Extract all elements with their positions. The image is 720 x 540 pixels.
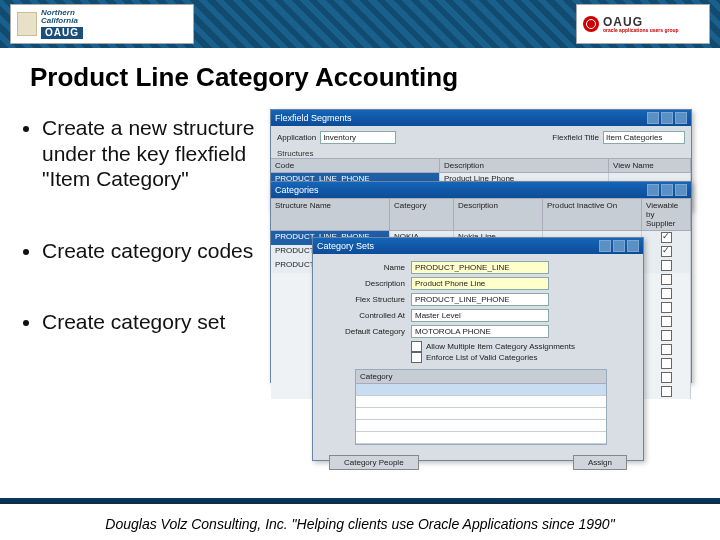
logo-left-badge: OAUG	[41, 27, 83, 39]
checkbox-icon[interactable]	[661, 232, 672, 243]
check-enforce-list[interactable]	[411, 352, 422, 363]
col-view: View Name	[609, 159, 691, 172]
checkbox-icon[interactable]	[661, 358, 672, 369]
title-w1: Flexfield Segments	[275, 113, 352, 123]
field-ctrl[interactable]: Master Level	[411, 309, 549, 322]
grid-row[interactable]	[356, 396, 606, 408]
col-desc: Description	[440, 159, 609, 172]
logo-right-small: oracle applications users group	[603, 28, 679, 33]
label-def: Default Category	[319, 327, 411, 336]
label-allow-multiple: Allow Multiple Item Category Assignments	[426, 342, 575, 351]
state-icon	[17, 12, 37, 36]
title-w2: Categories	[275, 185, 319, 195]
globe-icon	[583, 16, 599, 32]
max-icon[interactable]	[661, 184, 673, 196]
bullet-1: Create a new structure under the key fle…	[42, 115, 270, 192]
field-name[interactable]: PRODUCT_PHONE_LINE	[411, 261, 549, 274]
max-icon[interactable]	[613, 240, 625, 252]
section-structures: Structures	[271, 149, 691, 158]
col-structure: Structure Name	[271, 199, 390, 230]
grid-row[interactable]	[356, 420, 606, 432]
button-category-people[interactable]: Category People	[329, 455, 419, 470]
checkbox-icon[interactable]	[661, 260, 672, 271]
checkbox-icon[interactable]	[661, 386, 672, 397]
close-icon[interactable]	[675, 112, 687, 124]
checkbox-icon[interactable]	[661, 288, 672, 299]
cell-check	[642, 245, 691, 259]
col-category: Category	[390, 199, 454, 230]
label-name: Name	[319, 263, 411, 272]
footer-text: Douglas Volz Consulting, Inc. "Helping c…	[0, 516, 720, 532]
grid-row[interactable]	[356, 408, 606, 420]
label-desc: Description	[319, 279, 411, 288]
logo-left-line2: California	[41, 17, 83, 25]
bullet-3: Create category set	[42, 309, 270, 335]
label-flex: Flex Structure	[319, 295, 411, 304]
logo-right-big: OAUG	[603, 16, 679, 28]
title-w3: Category Sets	[317, 241, 374, 251]
w2-table-head: Structure Name Category Description Prod…	[271, 198, 691, 231]
label-application: Application	[277, 133, 316, 142]
grid-header: Category	[356, 370, 606, 384]
close-icon[interactable]	[627, 240, 639, 252]
field-def[interactable]: MOTOROLA PHONE	[411, 325, 549, 338]
max-icon[interactable]	[661, 112, 673, 124]
checkbox-icon[interactable]	[661, 246, 672, 257]
cell-check	[642, 259, 691, 273]
grid-row[interactable]	[356, 432, 606, 444]
footer-divider	[0, 498, 720, 504]
grid-row[interactable]	[356, 384, 606, 396]
slide-title: Product Line Category Accounting	[30, 62, 720, 93]
cell-check	[642, 231, 691, 245]
field-desc[interactable]: Product Phone Line	[411, 277, 549, 290]
bullet-column: Create a new structure under the key fle…	[20, 109, 270, 469]
content-area: Create a new structure under the key fle…	[0, 101, 720, 469]
button-assign[interactable]: Assign	[573, 455, 627, 470]
category-grid: Category	[355, 369, 607, 445]
checkbox-icon[interactable]	[661, 330, 672, 341]
col-viewable: Viewable by Supplier	[642, 199, 691, 230]
checkbox-icon[interactable]	[661, 302, 672, 313]
checkbox-icon[interactable]	[661, 344, 672, 355]
col-code: Code	[271, 159, 440, 172]
label-ctrl: Controlled At	[319, 311, 411, 320]
min-icon[interactable]	[647, 184, 659, 196]
logo-left: Northern California OAUG	[10, 4, 194, 44]
window-category-sets: Category Sets NamePRODUCT_PHONE_LINE Des…	[312, 237, 644, 461]
field-application[interactable]: Inventory	[320, 131, 396, 144]
bullet-2: Create category codes	[42, 238, 270, 264]
checkbox-icon[interactable]	[661, 274, 672, 285]
label-enforce-list: Enforce List of Valid Categories	[426, 353, 537, 362]
col-inactive: Product Inactive On	[543, 199, 642, 230]
logo-right: OAUG oracle applications users group	[576, 4, 710, 44]
checkbox-icon[interactable]	[661, 372, 672, 383]
field-flex[interactable]: PRODUCT_LINE_PHONE	[411, 293, 549, 306]
checkbox-icon[interactable]	[661, 316, 672, 327]
label-flexfield: Flexfield Title	[552, 133, 599, 142]
titlebar-w2: Categories	[271, 182, 691, 198]
col-description: Description	[454, 199, 543, 230]
titlebar-w3: Category Sets	[313, 238, 643, 254]
field-flexfield[interactable]: Item Categories	[603, 131, 685, 144]
min-icon[interactable]	[647, 112, 659, 124]
titlebar-w1: Flexfield Segments	[271, 110, 691, 126]
min-icon[interactable]	[599, 240, 611, 252]
close-icon[interactable]	[675, 184, 687, 196]
screenshot-stack: Flexfield Segments Application Inventory…	[270, 109, 690, 469]
header-bar: Northern California OAUG OAUG oracle app…	[0, 0, 720, 48]
check-allow-multiple[interactable]	[411, 341, 422, 352]
w1-table-head: Code Description View Name	[271, 158, 691, 173]
